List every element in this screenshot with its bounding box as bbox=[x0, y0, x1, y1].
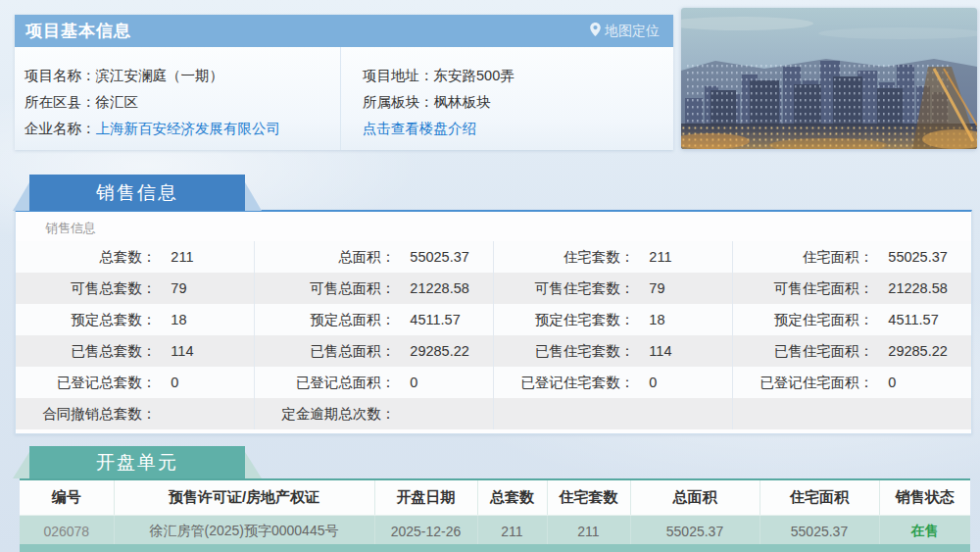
tab-opening-units[interactable]: 开盘单元 bbox=[29, 446, 245, 478]
sales-cell: 可售住宅面积：21228.58 bbox=[732, 273, 971, 304]
block-row: 所属板块：枫林板块 bbox=[353, 89, 673, 116]
units-header-id: 编号 bbox=[20, 480, 114, 516]
sales-cell: 预定住宅面积：4511.57 bbox=[732, 304, 971, 335]
district-value: 徐汇区 bbox=[96, 94, 139, 110]
company-link[interactable]: 上海新百安经济发展有限公司 bbox=[96, 121, 281, 136]
project-name-label: 项目名称： bbox=[24, 68, 96, 83]
company-label: 企业名称： bbox=[24, 121, 96, 136]
unit-residential-units: 211 bbox=[547, 516, 630, 547]
units-header-residential-units: 住宅套数 bbox=[547, 480, 630, 516]
sales-row: 总套数：211 总面积：55025.37 住宅套数：211 住宅面积：55025… bbox=[16, 241, 971, 273]
sales-field-value: 21228.58 bbox=[873, 280, 947, 296]
project-info-left-column: 项目名称：滨江安澜庭（一期） 所在区县：徐汇区 企业名称：上海新百安经济发展有限… bbox=[15, 63, 340, 150]
sales-field-value: 29285.22 bbox=[395, 343, 468, 359]
sales-field-value: 4511.57 bbox=[395, 312, 460, 327]
sales-field-value: 114 bbox=[634, 343, 671, 359]
bottom-panel-strip bbox=[20, 544, 970, 552]
sales-cell: 已登记住宅面积：0 bbox=[732, 367, 971, 398]
sales-field-label: 合同撤销总套数： bbox=[16, 405, 156, 424]
sales-field-label: 可售总套数： bbox=[16, 279, 156, 298]
sales-cell: 已售住宅套数：114 bbox=[493, 335, 732, 367]
sales-cell: 住宅套数：211 bbox=[493, 241, 732, 273]
units-header-open-date: 开盘日期 bbox=[374, 480, 477, 516]
sales-cell: 已售住宅面积：29285.22 bbox=[732, 335, 971, 367]
units-header-permit: 预售许可证/房地产权证 bbox=[114, 480, 374, 516]
project-info-right-column: 项目地址：东安路500弄 所属板块：枫林板块 点击查看楼盘介绍 bbox=[340, 63, 673, 150]
sales-field-value: 211 bbox=[156, 249, 193, 265]
building-intro-link[interactable]: 点击查看楼盘介绍 bbox=[363, 121, 476, 136]
sales-field-label: 预定总面积： bbox=[255, 311, 395, 329]
sales-field-value: 55025.37 bbox=[873, 249, 947, 265]
sales-cell: 合同撤销总套数： bbox=[16, 398, 254, 429]
sales-field-value: 0 bbox=[156, 375, 178, 390]
sales-field-value: 55025.37 bbox=[395, 249, 468, 265]
sales-field-value: 18 bbox=[634, 312, 664, 327]
sales-field-label: 预定住宅套数： bbox=[494, 311, 634, 329]
address-row: 项目地址：东安路500弄 bbox=[353, 63, 673, 89]
project-photo bbox=[681, 8, 977, 149]
project-info-panel: 项目基本信息 地图定位 项目名称：滨江安澜庭（一期） 所在区县：徐汇区 企业名称… bbox=[15, 15, 673, 150]
tab-sales-info[interactable]: 销售信息 bbox=[29, 175, 245, 211]
sales-field-label: 已售总面积： bbox=[255, 342, 395, 361]
sales-cell: 预定总套数：18 bbox=[16, 304, 254, 335]
unit-row[interactable]: 026078 徐汇房管(2025)预字0000445号 2025-12-26 2… bbox=[20, 516, 970, 547]
sales-field-label: 预定总套数： bbox=[16, 311, 156, 329]
sales-field-label: 可售住宅面积： bbox=[733, 279, 873, 298]
project-name-value: 滨江安澜庭（一期） bbox=[96, 68, 224, 83]
sales-cell: 可售总面积：21228.58 bbox=[254, 273, 493, 304]
company-row: 企业名称：上海新百安经济发展有限公司 bbox=[15, 116, 340, 142]
units-header-total-units: 总套数 bbox=[477, 480, 547, 516]
block-value: 枫林板块 bbox=[434, 94, 491, 110]
project-name-row: 项目名称：滨江安澜庭（一期） bbox=[15, 63, 340, 89]
sales-field-label: 总套数： bbox=[16, 248, 156, 267]
sales-cell: 预定住宅套数：18 bbox=[493, 304, 732, 335]
project-info-body: 项目名称：滨江安澜庭（一期） 所在区县：徐汇区 企业名称：上海新百安经济发展有限… bbox=[15, 47, 673, 150]
sales-cell: 总套数：211 bbox=[16, 241, 254, 273]
address-value: 东安路500弄 bbox=[434, 68, 514, 83]
sales-row: 可售总套数：79 可售总面积：21228.58 可售住宅套数：79 可售住宅面积… bbox=[16, 273, 971, 304]
sales-row: 已登记总套数：0 已登记总面积：0 已登记住宅套数：0 已登记住宅面积：0 bbox=[16, 367, 971, 398]
sales-field-value: 21228.58 bbox=[395, 280, 468, 296]
block-label: 所属板块： bbox=[363, 94, 434, 110]
sales-cell: 可售总套数：79 bbox=[16, 273, 254, 304]
map-locate-link[interactable]: 地图定位 bbox=[590, 23, 660, 40]
units-header-residential-area: 住宅面积 bbox=[760, 480, 879, 516]
map-locate-label: 地图定位 bbox=[605, 23, 660, 40]
sales-field-value: 0 bbox=[873, 375, 896, 390]
sales-cell: 已售总面积：29285.22 bbox=[254, 335, 493, 367]
location-pin-icon bbox=[590, 23, 601, 39]
unit-open-date: 2025-12-26 bbox=[374, 516, 477, 547]
district-label: 所在区县： bbox=[24, 94, 96, 110]
sales-field-label: 总面积： bbox=[255, 248, 395, 267]
sales-field-label: 预定住宅面积： bbox=[733, 311, 873, 329]
sales-cell: 已售总套数：114 bbox=[16, 335, 254, 367]
sales-field-value: 79 bbox=[156, 280, 186, 296]
unit-status-badge: 在售 bbox=[879, 516, 970, 547]
sales-field-label: 已售总套数： bbox=[16, 342, 156, 361]
sales-field-value: 79 bbox=[634, 280, 664, 296]
sales-row: 合同撤销总套数： 定金逾期总次数： bbox=[16, 398, 971, 429]
sales-field-label: 住宅套数： bbox=[494, 248, 634, 267]
unit-residential-area: 55025.37 bbox=[760, 516, 879, 547]
project-info-title: 项目基本信息 bbox=[25, 20, 131, 42]
project-info-header: 项目基本信息 地图定位 bbox=[15, 15, 673, 47]
sales-field-value: 4511.57 bbox=[873, 312, 938, 327]
opening-units-table: 编号 预售许可证/房地产权证 开盘日期 总套数 住宅套数 总面积 住宅面积 销售… bbox=[20, 478, 970, 546]
sales-cell: 已登记住宅套数：0 bbox=[493, 367, 732, 398]
sales-field-label: 已登记住宅面积： bbox=[733, 374, 873, 392]
sales-field-label: 已售住宅套数： bbox=[494, 342, 634, 361]
sales-cell bbox=[493, 398, 732, 429]
sales-field-value: 0 bbox=[634, 375, 657, 390]
sales-field-value: 29285.22 bbox=[873, 343, 947, 359]
sales-cell: 已登记总套数：0 bbox=[16, 367, 254, 398]
sales-row: 预定总套数：18 预定总面积：4511.57 预定住宅套数：18 预定住宅面积：… bbox=[16, 304, 971, 335]
sales-cell: 住宅面积：55025.37 bbox=[732, 241, 971, 273]
sales-field-label: 住宅面积： bbox=[733, 248, 873, 267]
column-divider bbox=[340, 47, 341, 150]
sales-info-panel: 销售信息 总套数：211 总面积：55025.37 住宅套数：211 住宅面积：… bbox=[15, 210, 972, 434]
sales-cell bbox=[732, 398, 971, 429]
unit-total-units: 211 bbox=[477, 516, 547, 547]
unit-permit: 徐汇房管(2025)预字0000445号 bbox=[114, 516, 374, 547]
sales-field-value: 18 bbox=[156, 312, 186, 327]
sales-field-label: 可售总面积： bbox=[255, 279, 395, 298]
